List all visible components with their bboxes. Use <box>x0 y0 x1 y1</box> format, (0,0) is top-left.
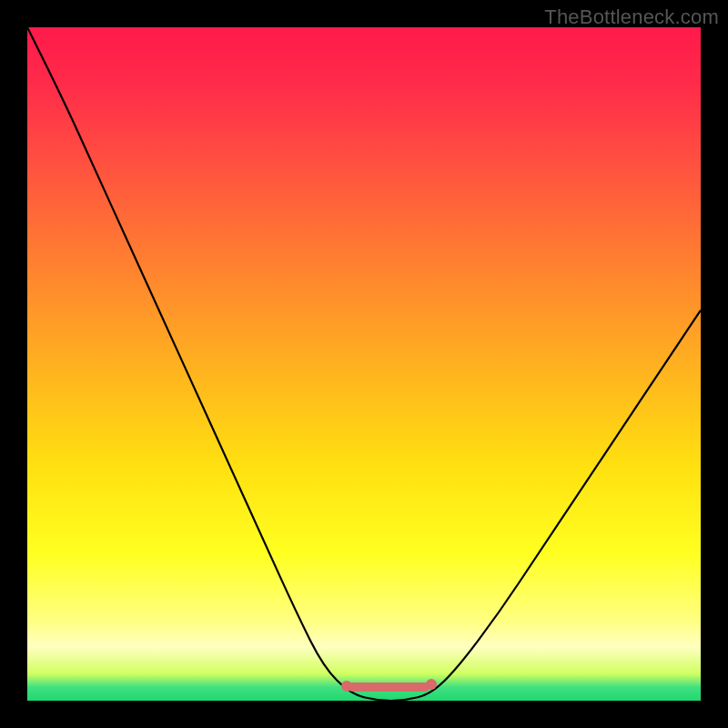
bottleneck-curve <box>27 27 701 701</box>
minimum-marker-bar <box>348 682 430 692</box>
watermark-text: TheBottleneck.com <box>544 5 719 29</box>
minimum-marker-right-dot <box>426 679 437 690</box>
plot-area <box>27 27 701 701</box>
